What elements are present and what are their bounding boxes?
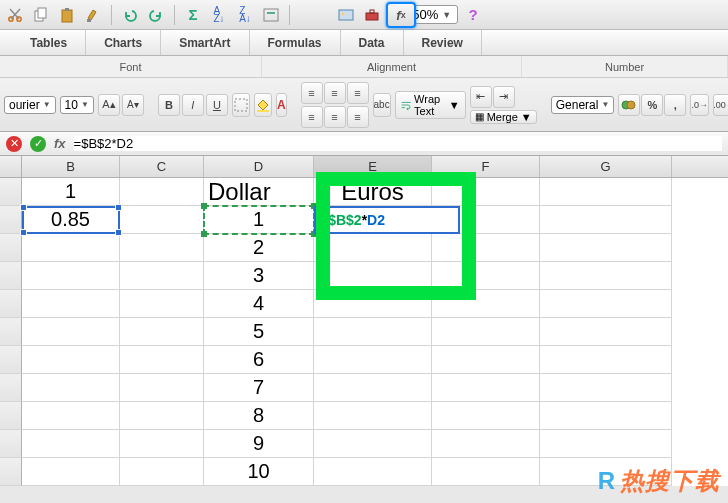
orientation-icon[interactable]: abc (373, 93, 391, 117)
tab-tables[interactable]: Tables (12, 30, 86, 55)
cell-C11[interactable] (120, 458, 204, 486)
cell-D10[interactable]: 9 (204, 430, 314, 458)
cell-B8[interactable] (22, 374, 120, 402)
fill-color-icon[interactable] (254, 93, 272, 117)
wrap-text-button[interactable]: Wrap Text▼ (395, 91, 466, 119)
cell-E5[interactable] (314, 290, 432, 318)
grow-font-icon[interactable]: A▴ (98, 94, 120, 116)
cell-D2[interactable]: 1 (204, 206, 314, 234)
cell-B5[interactable] (22, 290, 120, 318)
align-bottom-icon[interactable]: ≡ (347, 82, 369, 104)
indent-icon[interactable]: ⇥ (493, 86, 515, 108)
cell-C7[interactable] (120, 346, 204, 374)
underline-button[interactable]: U (206, 94, 228, 116)
toolbox-icon[interactable] (361, 4, 383, 26)
row-header[interactable] (0, 206, 22, 234)
cell-F10[interactable] (432, 430, 540, 458)
currency-icon[interactable] (618, 94, 640, 116)
cell-B2[interactable]: 0.85 (22, 206, 120, 234)
cell-G9[interactable] (540, 402, 672, 430)
col-header-F[interactable]: F (432, 156, 540, 177)
cell-B1[interactable]: 1 (22, 178, 120, 206)
col-header-E[interactable]: E (314, 156, 432, 177)
font-name-select[interactable]: ourier▼ (4, 96, 56, 114)
cell-C6[interactable] (120, 318, 204, 346)
align-top-icon[interactable]: ≡ (301, 82, 323, 104)
cell-B4[interactable] (22, 262, 120, 290)
row-header[interactable] (0, 234, 22, 262)
cell-B10[interactable] (22, 430, 120, 458)
cell-E9[interactable] (314, 402, 432, 430)
cell-F11[interactable] (432, 458, 540, 486)
decrease-decimal-icon[interactable]: .00→ (713, 94, 728, 116)
borders-icon[interactable] (232, 93, 250, 117)
number-format-select[interactable]: General▼ (551, 96, 615, 114)
filter-icon[interactable] (260, 4, 282, 26)
editing-cell-e2[interactable]: =$B$2 *D2 (314, 206, 460, 234)
cell-B7[interactable] (22, 346, 120, 374)
cell-D9[interactable]: 8 (204, 402, 314, 430)
cell-E4[interactable] (314, 262, 432, 290)
row-header[interactable] (0, 402, 22, 430)
cell-E7[interactable] (314, 346, 432, 374)
cell-C9[interactable] (120, 402, 204, 430)
cut-icon[interactable] (4, 4, 26, 26)
cell-D3[interactable]: 2 (204, 234, 314, 262)
cell-G10[interactable] (540, 430, 672, 458)
align-left-icon[interactable]: ≡ (301, 106, 323, 128)
tab-charts[interactable]: Charts (86, 30, 161, 55)
cell-D1[interactable]: Dollar (204, 178, 314, 206)
cell-B6[interactable] (22, 318, 120, 346)
fx-icon[interactable]: fx (54, 136, 66, 151)
cell-G4[interactable] (540, 262, 672, 290)
select-all-corner[interactable] (0, 156, 22, 177)
cell-D11[interactable]: 10 (204, 458, 314, 486)
sort-asc-icon[interactable]: AZ↓ (208, 4, 230, 26)
cell-E8[interactable] (314, 374, 432, 402)
format-painter-icon[interactable] (82, 4, 104, 26)
copy-icon[interactable] (30, 4, 52, 26)
cell-D5[interactable]: 4 (204, 290, 314, 318)
cell-C5[interactable] (120, 290, 204, 318)
percent-icon[interactable]: % (641, 94, 663, 116)
cell-D6[interactable]: 5 (204, 318, 314, 346)
cell-E11[interactable] (314, 458, 432, 486)
comma-icon[interactable]: , (664, 94, 686, 116)
cell-D4[interactable]: 3 (204, 262, 314, 290)
cell-D7[interactable]: 6 (204, 346, 314, 374)
cell-C1[interactable] (120, 178, 204, 206)
cell-C2[interactable] (120, 206, 204, 234)
cell-F8[interactable] (432, 374, 540, 402)
autosum-icon[interactable]: Σ (182, 4, 204, 26)
tab-data[interactable]: Data (341, 30, 404, 55)
cell-D8[interactable]: 7 (204, 374, 314, 402)
tab-formulas[interactable]: Formulas (250, 30, 341, 55)
formula-input[interactable] (74, 136, 722, 151)
row-header[interactable] (0, 262, 22, 290)
tab-smartart[interactable]: SmartArt (161, 30, 249, 55)
cell-B11[interactable] (22, 458, 120, 486)
cell-G3[interactable] (540, 234, 672, 262)
col-header-G[interactable]: G (540, 156, 672, 177)
cell-G1[interactable] (540, 178, 672, 206)
cell-F1[interactable] (432, 178, 540, 206)
cell-E1[interactable]: Euros (314, 178, 432, 206)
bold-button[interactable]: B (158, 94, 180, 116)
cell-G2[interactable] (540, 206, 672, 234)
cell-C8[interactable] (120, 374, 204, 402)
cell-G7[interactable] (540, 346, 672, 374)
cell-E10[interactable] (314, 430, 432, 458)
cell-F7[interactable] (432, 346, 540, 374)
row-header[interactable] (0, 318, 22, 346)
row-header[interactable] (0, 178, 22, 206)
outdent-icon[interactable]: ⇤ (470, 86, 492, 108)
merge-button[interactable]: ▦Merge▼ (470, 110, 537, 124)
row-header[interactable] (0, 430, 22, 458)
align-center-icon[interactable]: ≡ (324, 106, 346, 128)
cell-F6[interactable] (432, 318, 540, 346)
row-header[interactable] (0, 374, 22, 402)
cell-F4[interactable] (432, 262, 540, 290)
cell-G8[interactable] (540, 374, 672, 402)
cell-C3[interactable] (120, 234, 204, 262)
cell-E3[interactable] (314, 234, 432, 262)
